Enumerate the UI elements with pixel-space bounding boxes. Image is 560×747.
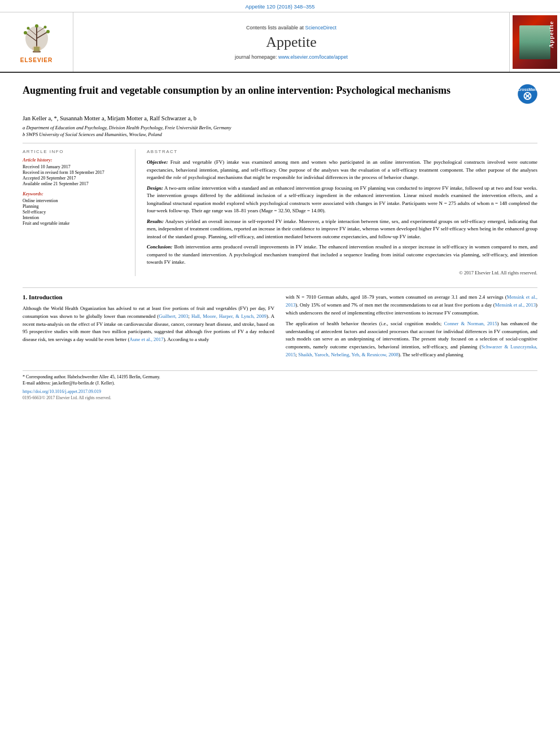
page-footer: * Corresponding author. Habelschwerdter … <box>23 370 537 400</box>
elsevier-tree-icon <box>17 21 56 55</box>
article-info-title: ARTICLE INFO <box>23 149 126 154</box>
citation-bar: Appetite 120 (2018) 348–355 <box>0 0 560 12</box>
crossmark-badge-icon[interactable]: CrossMark <box>518 84 537 104</box>
journal-center: Contents lists available at ScienceDirec… <box>73 12 509 72</box>
abstract-objective: Objective: Fruit and vegetable (FV) inta… <box>147 159 537 182</box>
authors-line: Jan Keller a, *, Susannah Motter a, Mirj… <box>23 115 537 121</box>
elsevier-logo-container: ELSEVIER <box>0 12 73 72</box>
appetite-cover-image: Appetite <box>513 15 557 69</box>
keyword-1: Online intervention <box>23 198 126 203</box>
main-content: Augmenting fruit and vegetable consumpti… <box>0 73 560 412</box>
results-text: Analyses yielded an overall increase in … <box>147 219 537 239</box>
introduction-section: 1. Introduction Although the World Healt… <box>23 287 537 362</box>
ref-mensink-2[interactable]: Mensink et al., 2013 <box>495 302 536 308</box>
ref-aune[interactable]: Aune et al., 2017 <box>129 337 163 342</box>
keywords-label: Keywords: <box>23 191 126 196</box>
svg-point-8 <box>46 30 50 33</box>
intro-para-3: The application of health behavior theor… <box>286 320 537 359</box>
intro-right-text: with N = 7010 German adults, aged 18–79 … <box>286 294 537 359</box>
keyword-4: Intention <box>23 215 126 220</box>
received-date: Received 10 January 2017 <box>23 164 126 169</box>
keyword-2: Planning <box>23 204 126 209</box>
article-info: ARTICLE INFO Article history: Received 1… <box>23 149 135 276</box>
abstract-results: Results: Analyses yielded an overall inc… <box>147 218 537 241</box>
doi-link[interactable]: https://doi.org/10.1016/j.appet.2017.09.… <box>23 389 101 394</box>
intro-heading: 1. Introduction <box>23 294 274 300</box>
ref-shaikh[interactable]: Shaikh, Yaroch, Nebeling, Yeh, & Resnico… <box>298 352 399 357</box>
article-title-section: Augmenting fruit and vegetable consumpti… <box>23 84 537 108</box>
ref-conner[interactable]: Conner & Norman, 2015 <box>444 321 497 326</box>
svg-point-13 <box>32 46 41 51</box>
citation-link[interactable]: Appetite 120 (2018) 348–355 <box>245 3 314 10</box>
copyright-text: © 2017 Elsevier Ltd. All rights reserved… <box>147 269 537 277</box>
ref-guilbert[interactable]: Guilbert, 2003 <box>159 313 188 319</box>
email-link[interactable]: jan.keller@fu-berlin.de <box>52 381 94 386</box>
keyword-5: Fruit and vegetable intake <box>23 221 126 226</box>
intro-left-column: 1. Introduction Although the World Healt… <box>23 294 274 362</box>
ref-hall[interactable]: Hall, Moore, Harper, & Lynch, 2009 <box>191 313 266 319</box>
svg-point-7 <box>24 31 27 34</box>
issn-line: 0195-6663/© 2017 Elsevier Ltd. All right… <box>23 395 537 400</box>
abstract-text: Objective: Fruit and vegetable (FV) inta… <box>147 159 537 276</box>
affiliation-b: b SWPS University of Social Sciences and… <box>23 132 537 137</box>
abstract-design: Design: A two-arm online intervention wi… <box>147 185 537 215</box>
email-line: E-mail address: jan.keller@fu-berlin.de … <box>23 381 537 386</box>
doi-line: https://doi.org/10.1016/j.appet.2017.09.… <box>23 389 537 394</box>
accepted-date: Accepted 20 September 2017 <box>23 176 126 181</box>
journal-title: Appetite <box>266 34 317 51</box>
journal-cover-right: Appetite <box>509 12 560 72</box>
svg-point-9 <box>27 27 29 29</box>
abstract-conclusion: Conclusion: Both intervention arms produ… <box>147 243 537 267</box>
journal-header: ELSEVIER Contents lists available at Sci… <box>0 12 560 73</box>
corresponding-author: * Corresponding author. Habelschwerdter … <box>23 374 537 379</box>
intro-para-1: Although the World Health Organization h… <box>23 305 274 343</box>
design-label: Design: <box>147 185 163 191</box>
journal-homepage-link[interactable]: www.elsevier.com/locate/appet <box>278 54 348 60</box>
conclusion-text: Both intervention arms produced overall … <box>147 244 537 265</box>
intro-para-2: with N = 7010 German adults, aged 18–79 … <box>286 294 537 317</box>
sciencedirect-line: Contents lists available at ScienceDirec… <box>246 25 336 30</box>
objective-text: Fruit and vegetable (FV) intake was exam… <box>147 159 537 180</box>
sciencedirect-link[interactable]: ScienceDirect <box>305 25 337 30</box>
results-label: Results: <box>147 219 164 224</box>
elsevier-logo: ELSEVIER <box>17 21 56 63</box>
abstract-section: ABSTRACT Objective: Fruit and vegetable … <box>147 149 537 276</box>
available-date: Available online 21 September 2017 <box>23 181 126 186</box>
affiliation-a: a Department of Education and Psychology… <box>23 125 537 130</box>
history-label: Article history: <box>23 157 126 163</box>
received-revised-date: Received in revised form 18 September 20… <box>23 170 126 175</box>
objective-label: Objective: <box>147 159 168 165</box>
article-title: Augmenting fruit and vegetable consumpti… <box>23 84 450 97</box>
cover-image-bg <box>519 25 550 59</box>
svg-point-11 <box>35 24 38 28</box>
svg-point-10 <box>43 25 46 28</box>
svg-text:CrossMark: CrossMark <box>518 88 537 91</box>
keyword-3: Self-efficacy <box>23 209 126 215</box>
elsevier-label: ELSEVIER <box>20 57 53 63</box>
intro-left-text: Although the World Health Organization h… <box>23 305 274 343</box>
journal-homepage: journal homepage: www.elsevier.com/locat… <box>235 54 348 60</box>
conclusion-label: Conclusion: <box>147 244 173 250</box>
abstract-title: ABSTRACT <box>147 149 537 154</box>
design-text: A two-arm online intervention with a sta… <box>147 185 537 214</box>
cover-journal-name: Appetite <box>548 21 554 48</box>
intro-right-column: with N = 7010 German adults, aged 18–79 … <box>286 294 537 362</box>
info-abstract-container: ARTICLE INFO Article history: Received 1… <box>23 149 537 276</box>
divider-1 <box>23 143 537 143</box>
